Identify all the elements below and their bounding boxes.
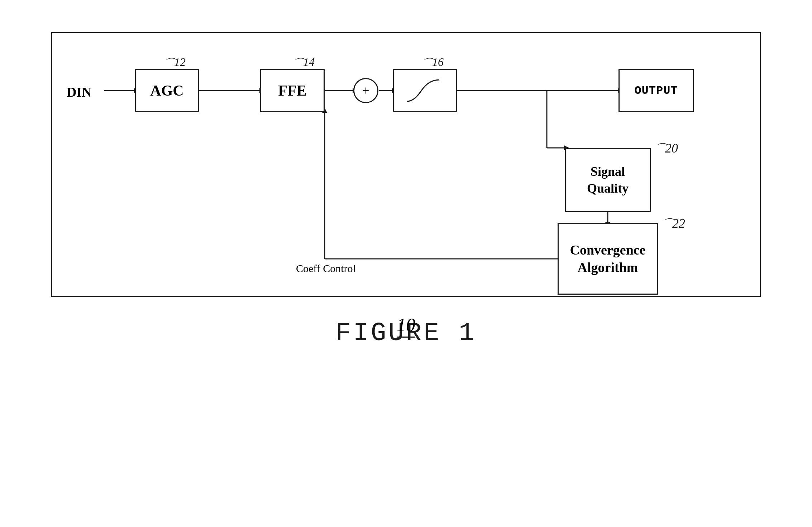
agc-ref-curve: ⌒ [163,55,176,72]
conv-ref-curve: ⌒ [661,216,674,232]
din-label: DIN [67,84,92,100]
ffe-ref-curve: ⌒ [292,55,305,72]
page: DIN AGC 12 ⌒ FFE 14 ⌒ + 16 ⌒ OUT [0,0,812,527]
diagram-number: 10 [397,315,415,338]
sq-ref-curve: ⌒ [654,141,667,157]
block-ffe: FFE [260,69,325,112]
slicer-ref-curve: ⌒ [421,55,434,72]
block-signal-quality: SignalQuality [565,148,651,212]
block-agc: AGC [135,69,199,112]
slicer-ref-label: 16 [432,55,444,69]
coeff-control-label: Coeff Control [296,262,356,275]
ffe-ref-label: 14 [303,55,315,69]
block-output: OUTPUT [618,69,694,112]
diagram-number-container: 10 [397,314,415,335]
agc-ref-label: 12 [174,55,186,69]
sq-ref-label: 20 [665,141,678,156]
block-slicer [393,69,457,112]
block-convergence: ConvergenceAlgorithm [558,223,658,295]
diagram-container: DIN AGC 12 ⌒ FFE 14 ⌒ + 16 ⌒ OUT [51,32,761,297]
conv-ref-label: 22 [672,216,685,231]
adder-circle: + [353,78,378,103]
